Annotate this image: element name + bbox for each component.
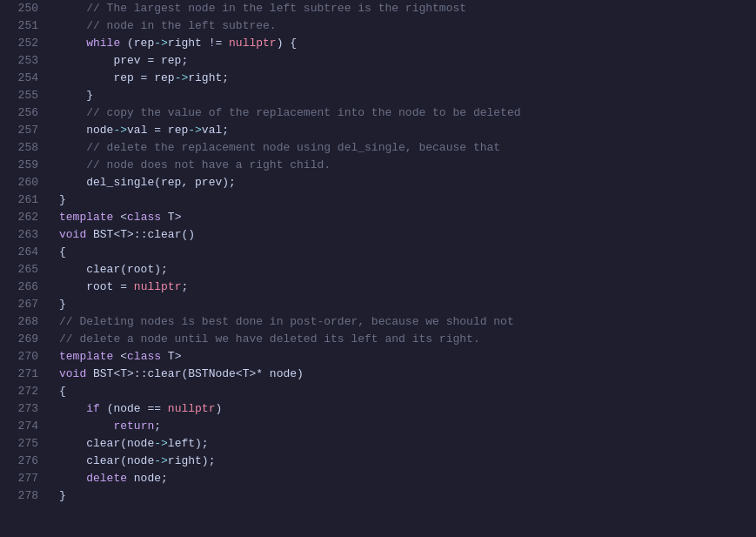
code-token-text: root = [59, 279, 134, 296]
code-line: // node in the left subtree. [59, 17, 756, 35]
code-line: // delete a node until we have deleted i… [59, 331, 756, 348]
code-token-text: < [113, 348, 127, 366]
line-number: 267 [7, 296, 38, 313]
code-token-text: right [168, 35, 209, 52]
code-token-text: (rep [120, 35, 154, 52]
code-token-keyword: class [127, 348, 161, 366]
code-line: template <class T> [59, 348, 756, 366]
code-token-keyword: if [86, 400, 100, 418]
code-token-text: right; [188, 70, 229, 87]
code-token-keyword: void [59, 226, 86, 244]
code-token-text: != [209, 35, 229, 52]
code-token-text: } [59, 87, 93, 104]
code-line: clear(root); [59, 261, 756, 279]
code-line: } [59, 296, 756, 313]
code-token-text: left); [168, 435, 209, 453]
code-token-text: prev = rep; [59, 52, 188, 70]
code-token-template: template [59, 348, 113, 366]
line-number: 272 [7, 383, 38, 400]
code-line: // copy the value of the replacement int… [59, 104, 756, 122]
code-token-text: val; [202, 122, 229, 139]
code-token-keyword: delete [59, 470, 127, 487]
code-token-text: ; [154, 418, 161, 435]
code-token-arrow: -> [175, 70, 189, 87]
code-token-arrow: -> [154, 453, 168, 470]
line-number: 266 [7, 279, 38, 296]
line-number: 255 [7, 87, 38, 104]
code-line: while (rep->right != nullptr) { [59, 35, 756, 52]
code-token-text: T> [161, 209, 181, 226]
code-token-text: node; [127, 470, 168, 487]
line-number: 275 [7, 435, 38, 453]
line-numbers: 2502512522532542552562572582592602612622… [0, 0, 45, 537]
line-number: 254 [7, 70, 38, 87]
code-token-text: (node == [100, 400, 168, 418]
code-line: // Deleting nodes is best done in post-o… [59, 313, 756, 331]
line-number: 278 [7, 487, 38, 505]
code-token-text [59, 400, 86, 418]
code-token-arrow: -> [188, 122, 202, 139]
code-token-template: template [59, 209, 113, 226]
code-token-text: right); [168, 453, 216, 470]
line-number: 258 [7, 139, 38, 157]
code-token-text: T> [161, 348, 181, 366]
code-token-arrow: -> [154, 435, 168, 453]
code-line: clear(node->right); [59, 453, 756, 470]
line-number: 260 [7, 174, 38, 191]
code-line: template <class T> [59, 209, 756, 226]
code-token-text: ) [215, 400, 222, 418]
line-number: 276 [7, 453, 38, 470]
code-line: clear(node->left); [59, 435, 756, 453]
code-token-arrow: -> [113, 122, 127, 139]
line-number: 261 [7, 191, 38, 209]
code-token-comment: // Deleting nodes is best done in post-o… [59, 313, 514, 331]
code-line: delete node; [59, 470, 756, 487]
code-line: void BST<T>::clear(BSTNode<T>* node) [59, 366, 756, 383]
code-token-keyword: class [127, 209, 161, 226]
code-token-comment: // delete the replacement node using del… [59, 139, 500, 157]
code-line: void BST<T>::clear() [59, 226, 756, 244]
code-token-text: ; [181, 279, 188, 296]
code-token-text: < [113, 209, 127, 226]
code-token-null: nullptr [168, 400, 216, 418]
code-line: } [59, 487, 756, 505]
code-token-comment: // The largest node in the left subtree … [59, 0, 466, 17]
line-number: 270 [7, 348, 38, 366]
line-number: 273 [7, 400, 38, 418]
line-number: 250 [7, 0, 38, 17]
code-token-text: { [59, 383, 66, 400]
code-token-keyword: return [113, 418, 154, 435]
code-token-keyword: while [59, 35, 120, 52]
line-number: 262 [7, 209, 38, 226]
line-number: 274 [7, 418, 38, 435]
code-token-text: } [59, 191, 66, 209]
line-number: 263 [7, 226, 38, 244]
code-line: if (node == nullptr) [59, 400, 756, 418]
code-line: { [59, 383, 756, 400]
code-token-text: clear(node [59, 453, 154, 470]
code-line: { [59, 244, 756, 261]
code-token-text [59, 418, 113, 435]
code-token-text: BST<T>::clear(BSTNode<T>* node) [86, 366, 304, 383]
code-token-text: del_single(rep, prev); [59, 174, 236, 191]
code-line: root = nullptr; [59, 279, 756, 296]
line-number: 256 [7, 104, 38, 122]
line-number: 269 [7, 331, 38, 348]
code-content: // The largest node in the left subtree … [45, 0, 756, 537]
code-line: // delete the replacement node using del… [59, 139, 756, 157]
code-line: prev = rep; [59, 52, 756, 70]
code-token-comment: // node does not have a right child. [59, 157, 331, 174]
code-line: } [59, 191, 756, 209]
line-number: 265 [7, 261, 38, 279]
line-number: 259 [7, 157, 38, 174]
code-line: } [59, 87, 756, 104]
code-token-text: { [59, 244, 66, 261]
line-number: 271 [7, 366, 38, 383]
code-token-comment: // delete a node until we have deleted i… [59, 331, 480, 348]
code-line: // node does not have a right child. [59, 157, 756, 174]
code-token-comment: // copy the value of the replacement int… [59, 104, 521, 122]
code-token-text: } [59, 296, 66, 313]
code-token-text: val = rep [127, 122, 188, 139]
code-token-arrow: -> [154, 35, 168, 52]
code-token-text: rep = rep [59, 70, 175, 87]
